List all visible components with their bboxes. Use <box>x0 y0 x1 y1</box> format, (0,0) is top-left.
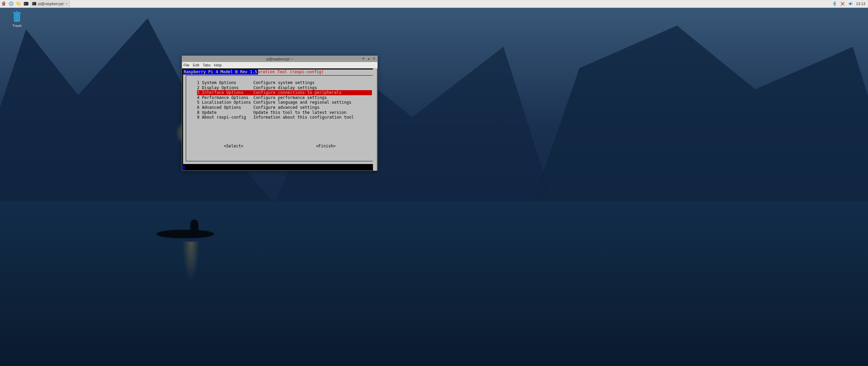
raspi-hw-model: Raspberry Pi 4 Model B Rev 1.5 <box>183 69 258 75</box>
finish-button[interactable]: <Finish> <box>316 144 336 149</box>
svg-point-6 <box>9 3 13 4</box>
svg-rect-9 <box>17 2 18 3</box>
svg-point-3 <box>2 4 3 5</box>
menu-edit[interactable]: Edit <box>193 63 199 67</box>
window-maximize-button[interactable]: ▴ <box>367 56 371 60</box>
raspi-menu-item[interactable]: 1 System Options Configure system settin… <box>197 80 372 85</box>
svg-point-4 <box>4 4 5 5</box>
menu-tabs[interactable]: Tabs <box>203 63 211 67</box>
svg-text:>_: >_ <box>33 3 36 5</box>
svg-point-0 <box>2 3 3 4</box>
app-menu-raspberry-icon[interactable] <box>0 0 7 7</box>
svg-text:>_: >_ <box>24 2 27 5</box>
svg-point-5 <box>9 2 13 6</box>
select-button[interactable]: <Select> <box>224 144 243 149</box>
terminal-cursor-row <box>183 165 185 170</box>
window-close-button[interactable]: ✕ <box>372 56 376 60</box>
window-title: pi@raspberrypi: ~ <box>266 57 293 61</box>
svg-rect-16 <box>16 11 18 13</box>
bluetooth-icon[interactable] <box>831 0 837 7</box>
terminal-launcher-icon[interactable]: >_ <box>22 0 30 7</box>
network-disconnected-icon[interactable] <box>840 0 846 7</box>
desktop-icon-trash[interactable]: Trash <box>7 10 27 28</box>
menu-file[interactable]: File <box>183 63 190 67</box>
clock[interactable]: 13:13 <box>856 2 865 6</box>
volume-icon[interactable] <box>848 0 854 7</box>
raspi-menu-item[interactable]: 2 Display Options Configure display sett… <box>197 85 372 90</box>
file-manager-icon[interactable] <box>15 0 22 7</box>
system-tray: 13:13 <box>831 0 868 7</box>
wallpaper <box>0 0 868 366</box>
svg-point-7 <box>10 2 12 6</box>
terminal-scrollbar[interactable] <box>373 68 377 170</box>
trash-icon <box>12 10 22 23</box>
raspi-menu-item[interactable]: 8 Update Update this tool to the latest … <box>197 110 372 115</box>
raspi-menu-item[interactable]: 3 Interface Options Configure connection… <box>197 90 372 95</box>
raspi-config-dialog: re Configuration Tool (raspi-config) Ras… <box>183 69 377 164</box>
web-browser-icon[interactable] <box>7 0 15 7</box>
taskbar: >_ >_ pi@raspberrypi: ~ 13:13 <box>0 0 868 8</box>
desktop-icon-label: Trash <box>7 24 27 28</box>
terminal-menubar: File Edit Tabs Help <box>182 62 377 68</box>
raspi-menu-item[interactable]: 4 Performance Options Configure performa… <box>197 95 372 100</box>
raspi-menu-item[interactable]: 9 About raspi-config Information about t… <box>197 115 372 120</box>
raspi-menu-list[interactable]: 1 System Options Configure system settin… <box>197 80 372 120</box>
window-minimize-button[interactable]: ▾ <box>361 56 365 60</box>
menu-help[interactable]: Help <box>214 63 222 67</box>
terminal-window: pi@raspberrypi: ~ ▾ ▴ ✕ File Edit Tabs H… <box>182 56 378 171</box>
window-titlebar[interactable]: pi@raspberrypi: ~ ▾ ▴ ✕ <box>182 56 377 62</box>
taskbar-entry-terminal[interactable]: >_ pi@raspberrypi: ~ <box>30 0 70 7</box>
terminal-body: re Configuration Tool (raspi-config) Ras… <box>182 68 377 170</box>
taskbar-entry-label: pi@raspberrypi: ~ <box>38 2 67 6</box>
terminal-icon: >_ <box>32 1 37 6</box>
raspi-menu-item[interactable]: 5 Localisation Options Configure languag… <box>197 100 372 105</box>
svg-point-1 <box>4 3 5 4</box>
raspi-menu-item[interactable]: 6 Advanced Options Configure advanced se… <box>197 105 372 110</box>
